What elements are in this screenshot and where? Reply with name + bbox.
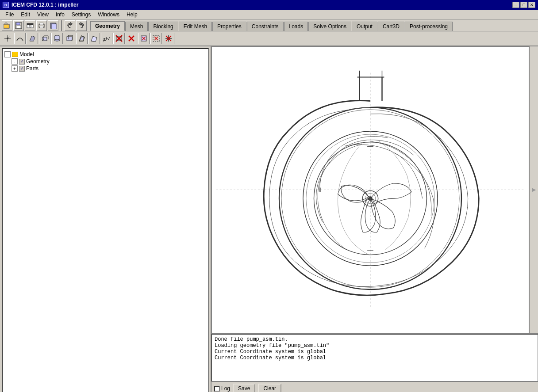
viewport[interactable] (211, 46, 529, 333)
log-checkbox[interactable] (214, 386, 220, 392)
tree-label-model: Model (19, 51, 34, 57)
save-toolbar-button[interactable] (13, 20, 24, 31)
app-title: ICEM CFD 12.0.1 : impeller (12, 2, 78, 8)
save-log-button[interactable]: Save (233, 384, 255, 392)
tab-blocking[interactable]: Blocking (148, 22, 178, 31)
icon-toolbar: z² (0, 31, 538, 46)
tree-expand-geometry[interactable]: - (12, 58, 18, 65)
svg-rect-12 (51, 24, 57, 29)
svg-rect-9 (40, 23, 43, 25)
tree-item-parts[interactable]: + Parts (12, 65, 206, 72)
tree-view: - Model - Geometry + Parts (2, 48, 209, 392)
menu-info[interactable]: Info (52, 11, 68, 19)
curve-icon-btn[interactable] (14, 33, 26, 44)
print-button[interactable] (36, 20, 47, 31)
folder-icon-model (12, 52, 18, 57)
shell-icon-btn[interactable] (76, 33, 88, 44)
svg-rect-1 (4, 25, 9, 28)
right-panel: ▲ Done file pump_asm.tin. Loading geomet… (211, 46, 538, 392)
svg-point-23 (54, 39, 60, 41)
log-checkbox-container: Log (214, 385, 230, 392)
tabs-container: Geometry Mesh Blocking Edit Mesh Propert… (90, 21, 536, 30)
minimize-button[interactable]: ─ (512, 2, 519, 8)
close-button[interactable]: ✕ (528, 2, 535, 8)
tab-row: Geometry Mesh Blocking Edit Mesh Propert… (0, 19, 538, 31)
log-line-1: Done file pump_asm.tin. (215, 336, 535, 343)
toolbar-area: Geometry Mesh Blocking Edit Mesh Propert… (0, 19, 538, 46)
box-icon-btn[interactable] (39, 33, 50, 44)
undo-button[interactable] (65, 20, 75, 31)
tree-expand-parts[interactable]: + (12, 65, 18, 72)
tab-solve-options[interactable]: Solve Options (308, 22, 351, 31)
svg-rect-3 (16, 23, 20, 25)
patch-icon-btn[interactable] (88, 33, 100, 44)
title-bar: D ICEM CFD 12.0.1 : impeller ─ □ ✕ (0, 0, 538, 10)
tab-mesh[interactable]: Mesh (125, 22, 148, 31)
point-icon-btn[interactable] (2, 33, 13, 44)
menu-file[interactable]: File (2, 11, 17, 19)
svg-rect-6 (27, 23, 33, 25)
log-line-2: Loading geometry file "pump_asm.tin" (215, 343, 535, 349)
x-mark-btn[interactable] (163, 33, 174, 44)
redo-button[interactable] (76, 20, 87, 31)
delete-all-btn[interactable] (113, 33, 125, 44)
cylinder-icon-btn[interactable] (51, 33, 63, 44)
log-text: Done file pump_asm.tin. Loading geometry… (211, 334, 538, 381)
menu-windows[interactable]: Windows (94, 11, 123, 19)
svg-rect-4 (16, 26, 21, 28)
tree-label-parts: Parts (26, 65, 38, 72)
delete-type-btn[interactable] (138, 33, 150, 44)
maximize-button[interactable]: □ (520, 2, 527, 8)
viewport-svg (212, 47, 529, 333)
clear-log-button[interactable]: Clear (258, 384, 281, 392)
layers-button[interactable] (48, 20, 58, 31)
log-line-4: Current Coordinate system is global (215, 355, 535, 361)
zz-curve-btn[interactable]: z² (101, 33, 112, 44)
prism-icon-btn[interactable] (64, 33, 75, 44)
log-label: Log (221, 385, 230, 392)
tab-geometry[interactable]: Geometry (90, 21, 125, 31)
tab-post-processing[interactable]: Post-processing (405, 22, 453, 31)
menu-help[interactable]: Help (123, 11, 141, 19)
log-line-3: Current Coordinate system is global (215, 349, 535, 355)
main-area: - Model - Geometry + Parts (0, 46, 538, 392)
tab-properties[interactable]: Properties (212, 22, 246, 31)
capture-button[interactable] (25, 20, 35, 31)
surface-icon-btn[interactable] (27, 33, 38, 44)
svg-rect-10 (40, 26, 43, 28)
tree-item-geometry[interactable]: - Geometry (12, 58, 206, 65)
viewport-side[interactable]: ▲ (529, 46, 538, 333)
tree-checkbox-parts[interactable] (19, 66, 25, 72)
left-panel: - Model - Geometry + Parts (0, 46, 211, 392)
menu-edit[interactable]: Edit (17, 11, 34, 19)
delete-box-btn[interactable] (150, 33, 162, 44)
open-button[interactable] (2, 20, 12, 31)
tree-expand-model[interactable]: - (4, 51, 11, 57)
menu-view[interactable]: View (34, 11, 52, 19)
separator-1 (61, 20, 62, 31)
app-icon: D (3, 2, 9, 8)
tab-edit-mesh[interactable]: Edit Mesh (179, 22, 212, 31)
tab-output[interactable]: Output (352, 22, 377, 31)
delete-x-btn[interactable] (126, 33, 137, 44)
tree-item-model[interactable]: - Model (4, 51, 206, 58)
log-area: Done file pump_asm.tin. Loading geometry… (211, 333, 538, 392)
log-controls: Log Save Clear (211, 381, 538, 392)
tree-checkbox-geometry[interactable] (19, 59, 25, 65)
tab-constraints[interactable]: Constraints (247, 22, 284, 31)
left-tools (2, 20, 87, 31)
tree-label-geometry: Geometry (26, 58, 50, 65)
menu-bar: File Edit View Info Settings Windows Hel… (0, 10, 538, 19)
menu-settings[interactable]: Settings (68, 11, 94, 19)
title-bar-controls: ─ □ ✕ (512, 2, 535, 8)
tab-cart3d[interactable]: Cart3D (378, 22, 404, 31)
tab-loads[interactable]: Loads (284, 22, 308, 31)
